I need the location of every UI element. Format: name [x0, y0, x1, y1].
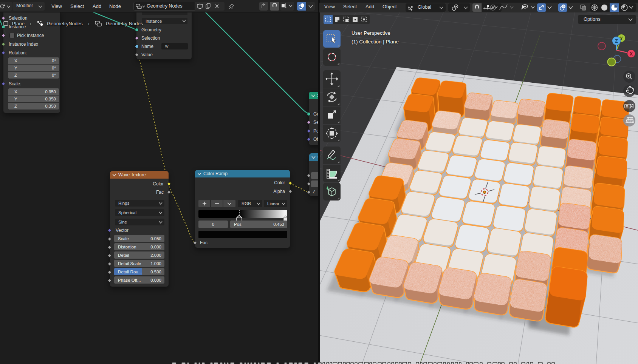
- svg-text:Z: Z: [615, 38, 618, 44]
- svg-text:X: X: [630, 51, 633, 57]
